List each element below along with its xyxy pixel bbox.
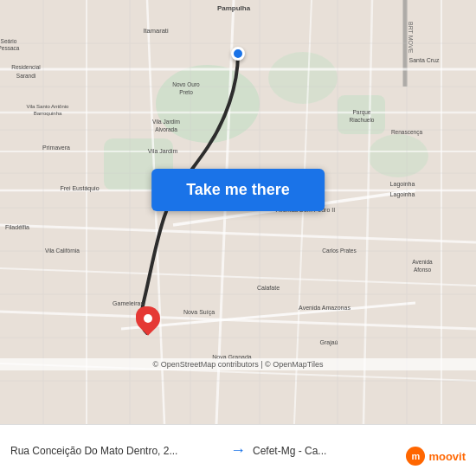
svg-point-3 xyxy=(268,52,338,104)
svg-text:Gameleiras: Gameleiras xyxy=(113,300,144,306)
svg-text:Vila Santo Antônio: Vila Santo Antônio xyxy=(27,104,70,109)
map: BRT MOVE xyxy=(0,0,476,424)
take-me-there-button[interactable]: Take me there xyxy=(151,169,325,211)
svg-text:Afonso: Afonso xyxy=(414,267,432,273)
svg-text:Alvorada: Alvorada xyxy=(155,126,177,132)
bottom-bar: Rua Conceição Do Mato Dentro, 2... → Cef… xyxy=(0,424,476,476)
svg-text:Lagoinha: Lagoinha xyxy=(390,191,415,198)
svg-text:Itamarati: Itamarati xyxy=(143,27,169,35)
svg-text:Avenida Amazonas: Avenida Amazonas xyxy=(299,305,351,311)
svg-text:Renascença: Renascença xyxy=(391,129,423,136)
svg-text:Novo Ouro: Novo Ouro xyxy=(172,81,200,87)
svg-text:BRT MOVE: BRT MOVE xyxy=(408,22,414,54)
svg-text:Vila Jardim: Vila Jardim xyxy=(152,119,180,125)
svg-text:Lagoinha: Lagoinha xyxy=(390,181,415,188)
svg-text:Santa Cruz: Santa Cruz xyxy=(408,57,440,63)
svg-text:Frei Eustáquio: Frei Eustáquio xyxy=(60,185,99,192)
svg-text:Grajaú: Grajaú xyxy=(319,339,338,346)
svg-text:Riachuelo: Riachuelo xyxy=(350,117,375,123)
destination-pin xyxy=(136,306,155,331)
svg-text:Nova Suíça: Nova Suíça xyxy=(183,309,215,316)
svg-text:Pampulha: Pampulha xyxy=(217,4,251,12)
svg-text:Avenida: Avenida xyxy=(412,259,433,265)
map-attribution: © OpenStreetMap contributors | © OpenMap… xyxy=(0,358,476,370)
svg-text:Vila Jardim: Vila Jardim xyxy=(148,148,178,154)
svg-text:Pessaca: Pessaca xyxy=(0,45,20,51)
svg-text:Filadélfia: Filadélfia xyxy=(5,224,29,230)
svg-text:Barroquinha: Barroquinha xyxy=(34,111,62,116)
direction-arrow: → xyxy=(230,441,246,460)
svg-text:Primavera: Primavera xyxy=(42,145,70,151)
destination-text: Cefet-Mg - Ca... xyxy=(253,445,326,457)
svg-text:Sarandi: Sarandi xyxy=(16,73,35,79)
svg-text:Preto: Preto xyxy=(179,89,193,95)
origin-text: Rua Conceição Do Mato Dentro, 2... xyxy=(10,445,177,457)
svg-text:Vila Califórnia: Vila Califórnia xyxy=(45,248,80,254)
svg-text:Calafate: Calafate xyxy=(257,285,280,291)
moovit-text: moovit xyxy=(428,450,466,463)
svg-text:Residencial: Residencial xyxy=(11,64,41,70)
svg-text:Parque: Parque xyxy=(353,109,371,116)
svg-text:Seário: Seário xyxy=(1,38,17,44)
origin-section: Rua Conceição Do Mato Dentro, 2... xyxy=(10,445,223,457)
svg-point-4 xyxy=(368,134,428,177)
svg-point-72 xyxy=(141,312,150,320)
origin-pin xyxy=(231,47,245,61)
svg-text:Carlos Prates: Carlos Prates xyxy=(322,248,357,254)
moovit-logo: m moovit xyxy=(406,447,466,466)
moovit-icon: m xyxy=(406,447,425,466)
